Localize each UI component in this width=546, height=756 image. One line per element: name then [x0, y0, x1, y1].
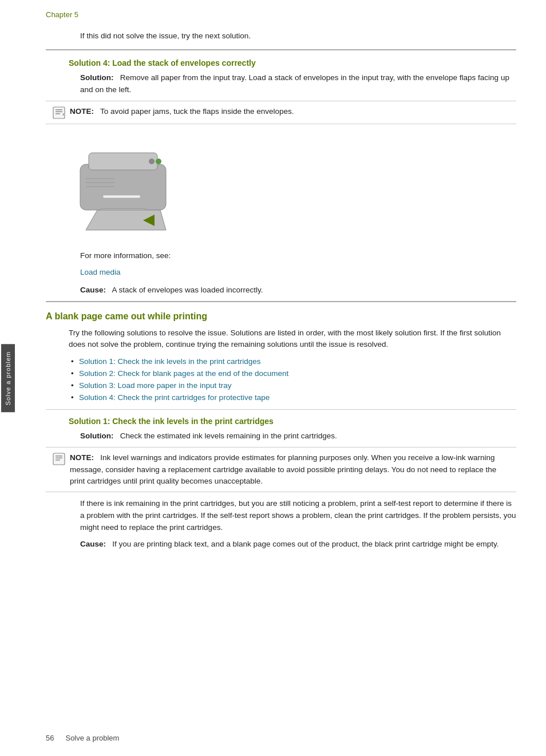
printer-svg [69, 136, 189, 239]
blank-page-list: Solution 1: Check the ink levels in the … [69, 355, 516, 403]
solution4-text: Remove all paper from the input tray. Lo… [80, 73, 509, 94]
solution4-envelope-body: Solution: Remove all paper from the inpu… [80, 72, 516, 96]
solution1-body1: If there is ink remaining in the print c… [80, 498, 516, 534]
svg-rect-7 [103, 195, 140, 198]
divider-middle [46, 301, 516, 302]
for-more-info-text: For more information, see: [80, 250, 516, 262]
list-link-3[interactable]: Solution 3: Load more paper in the input… [79, 381, 231, 390]
page-number: 56 [46, 734, 54, 742]
svg-rect-5 [89, 153, 157, 170]
solution1-cause: Cause: If you are printing black text, a… [80, 539, 516, 551]
solution1-body: Solution: Check the estimated ink levels… [80, 430, 516, 442]
solution4-envelope-title: Solution 4: Load the stack of envelopes … [69, 58, 516, 68]
solution1-title: Solution 1: Check the ink levels in the … [69, 417, 516, 426]
cause-label-solution1: Cause: [80, 540, 106, 548]
svg-rect-16 [56, 458, 62, 459]
blank-page-section: A blank page came out while printing Try… [46, 311, 516, 551]
solution4-label: Solution: [80, 73, 113, 82]
load-media-link[interactable]: Load media [80, 268, 121, 276]
svg-rect-17 [56, 460, 60, 461]
divider-solution1-top [46, 409, 516, 410]
list-item-3: Solution 3: Load more paper in the input… [69, 379, 516, 391]
list-link-4[interactable]: Solution 4: Check the print cartridges f… [79, 393, 270, 402]
cause-label-envelope: Cause: [80, 286, 106, 294]
list-item-1: Solution 1: Check the ink levels in the … [69, 355, 516, 367]
solution1-text: Check the estimated ink levels remaining… [120, 432, 337, 440]
solution4-envelope-section: Solution 4: Load the stack of envelopes … [46, 58, 516, 296]
note-icon-solution1 [53, 453, 65, 465]
list-link-1[interactable]: Solution 1: Check the ink levels in the … [79, 357, 260, 366]
blank-page-title: A blank page came out while printing [46, 311, 516, 322]
intro-line: If this did not solve the issue, try the… [80, 30, 516, 42]
svg-rect-0 [53, 107, 65, 118]
solution4-more-info: For more information, see: Load media Ca… [80, 250, 516, 296]
solution1-additional: If there is ink remaining in the print c… [80, 498, 516, 551]
list-link-2[interactable]: Solution 2: Check for blank pages at the… [79, 369, 288, 378]
chapter-heading: Chapter 5 [46, 10, 516, 19]
svg-point-10 [156, 159, 161, 164]
solution1-label: Solution: [80, 432, 113, 440]
divider-top [46, 49, 516, 50]
list-item-4: Solution 4: Check the print cartridges f… [69, 391, 516, 403]
svg-rect-2 [56, 111, 62, 112]
printer-image-envelope [69, 136, 189, 239]
footer-section: Solve a problem [65, 734, 119, 742]
svg-rect-3 [56, 113, 60, 114]
blank-page-intro: Try the following solutions to resolve t… [69, 327, 516, 351]
note-text-envelope: NOTE: To avoid paper jams, tuck the flap… [70, 106, 294, 117]
svg-rect-4 [80, 164, 166, 210]
note-content-solution1: Ink level warnings and indicators provid… [70, 453, 496, 485]
note-text-solution1: NOTE: Ink level warnings and indicators … [70, 452, 509, 487]
note-box-solution1: NOTE: Ink level warnings and indicators … [46, 447, 516, 492]
note-label-solution1: NOTE: [70, 453, 94, 462]
cause-envelope: Cause: A stack of envelopes was loaded i… [80, 284, 516, 296]
cause-text-solution1: If you are printing black text, and a bl… [112, 540, 498, 548]
blank-page-intro-block: Try the following solutions to resolve t… [69, 327, 516, 404]
svg-rect-14 [53, 453, 65, 465]
solution4-envelope-text: Solution: Remove all paper from the inpu… [80, 72, 516, 96]
svg-rect-15 [56, 456, 62, 457]
solution1-section: Solution 1: Check the ink levels in the … [46, 417, 516, 550]
load-media-link-p: Load media [80, 267, 516, 279]
sidebar: Solve a problem [0, 0, 16, 756]
sidebar-tab: Solve a problem [1, 344, 15, 412]
svg-rect-1 [56, 109, 62, 110]
note-box-envelope: NOTE: To avoid paper jams, tuck the flap… [46, 101, 516, 124]
main-content: Chapter 5 If this did not solve the issu… [16, 0, 546, 756]
note-icon-envelope [53, 106, 65, 119]
page-footer: 56 Solve a problem [46, 734, 119, 742]
list-item-2: Solution 2: Check for blank pages at the… [69, 367, 516, 379]
solution1-solution-text: Solution: Check the estimated ink levels… [80, 430, 516, 442]
svg-point-9 [149, 159, 155, 164]
note-label-envelope: NOTE: [70, 107, 94, 116]
note-content-envelope: To avoid paper jams, tuck the flaps insi… [100, 107, 294, 116]
cause-text-envelope: A stack of envelopes was loaded incorrec… [112, 286, 263, 294]
